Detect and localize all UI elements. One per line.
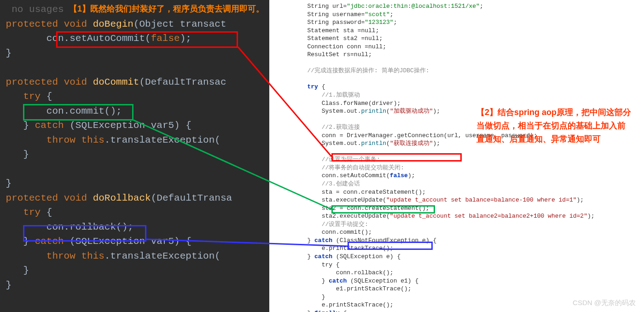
highlight-box-rollback-right [348, 242, 433, 250]
highlight-box-commit-right [331, 205, 435, 214]
highlight-box-commit-left [23, 104, 133, 121]
annotation-1: 【1】既然给我们封装好了，程序员负责去调用即可。 [69, 3, 264, 14]
highlight-box-setAutoCommit-right [331, 153, 462, 162]
highlight-box-rollback-left [23, 225, 146, 242]
highlight-box-setAutoCommit-left [56, 31, 238, 48]
watermark-text: CSDN @无奈的码农 [573, 299, 636, 307]
annotation-2: 【2】结合spring aop原理，把中间这部分当做切点，相当于在切点的基础上加… [476, 106, 633, 145]
